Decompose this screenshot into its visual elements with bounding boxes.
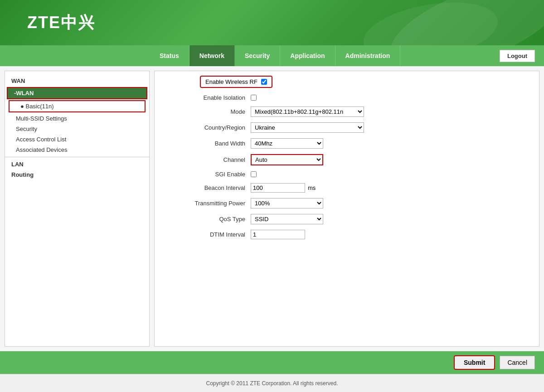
beacon-label: Beacon Interval	[164, 184, 245, 191]
tx-power-select[interactable]: 100% 75% 50% 25%	[251, 198, 323, 208]
logout-area: Logout	[500, 45, 544, 66]
tab-network[interactable]: Network	[189, 45, 235, 66]
sidebar-item-wan[interactable]: WAN	[5, 76, 149, 86]
qos-row: QoS Type SSID WMM	[164, 214, 530, 224]
channel-row: Channel Auto 1 2 3 4 5 6	[164, 154, 530, 165]
header: ZTE中兴	[0, 0, 544, 45]
dtim-label: DTIM Interval	[164, 231, 245, 238]
submit-button[interactable]: Submit	[454, 355, 495, 370]
dtim-row: DTIM Interval	[164, 230, 530, 239]
enable-wireless-checkbox[interactable]	[261, 79, 267, 85]
channel-select[interactable]: Auto 1 2 3 4 5 6	[251, 154, 323, 165]
beacon-suffix: ms	[308, 184, 316, 191]
enable-wireless-box: Enable Wireless RF	[200, 76, 272, 88]
enable-isolation-label: Enable Isolation	[164, 94, 245, 101]
beacon-row: Beacon Interval ms	[164, 183, 530, 193]
enable-isolation-checkbox[interactable]	[251, 95, 257, 101]
enable-wireless-label: Enable Wireless RF	[205, 78, 257, 85]
sgi-checkbox[interactable]	[251, 171, 257, 177]
tab-security[interactable]: Security	[235, 45, 280, 66]
sidebar-item-wlan[interactable]: -WLAN	[7, 87, 147, 99]
main-layout: WAN -WLAN ● Basic(11n) Multi-SSID Settin…	[0, 66, 544, 351]
sidebar-item-routing[interactable]: Routing	[5, 169, 149, 180]
navbar: Status Network Security Application Admi…	[0, 45, 544, 66]
mode-row: Mode Mixed(802.11b+802.11g+802.11n 802.1…	[164, 106, 530, 117]
logo: ZTE中兴	[27, 12, 95, 34]
qos-label: QoS Type	[164, 216, 245, 223]
bandwidth-label: Band Width	[164, 140, 245, 147]
sidebar-item-associated[interactable]: Associated Devices	[5, 145, 149, 155]
bandwidth-row: Band Width 20Mhz 40Mhz	[164, 138, 530, 149]
tab-status[interactable]: Status	[150, 45, 189, 66]
copyright-text: Copyright © 2011 ZTE Corporation. All ri…	[206, 380, 338, 387]
logout-button[interactable]: Logout	[500, 50, 535, 62]
sgi-row: SGI Enable	[164, 171, 530, 178]
mode-label: Mode	[164, 108, 245, 115]
tx-power-label: Transmitting Power	[164, 200, 245, 207]
cancel-button[interactable]: Cancel	[500, 356, 535, 369]
mode-select[interactable]: Mixed(802.11b+802.11g+802.11n 802.11b on…	[251, 106, 364, 117]
tx-power-row: Transmitting Power 100% 75% 50% 25%	[164, 198, 530, 208]
sidebar-item-acl[interactable]: Access Control List	[5, 134, 149, 145]
beacon-input[interactable]	[251, 183, 305, 193]
country-label: Country/Region	[164, 124, 245, 131]
bandwidth-select[interactable]: 20Mhz 40Mhz	[251, 138, 323, 149]
sidebar-item-security[interactable]: Security	[5, 124, 149, 134]
footer: Copyright © 2011 ZTE Corporation. All ri…	[0, 374, 544, 392]
sidebar: WAN -WLAN ● Basic(11n) Multi-SSID Settin…	[5, 71, 150, 347]
qos-select[interactable]: SSID WMM	[251, 214, 323, 224]
content-area: Enable Wireless RF Enable Isolation Mode…	[154, 71, 539, 347]
channel-label: Channel	[164, 156, 245, 163]
enable-isolation-row: Enable Isolation	[164, 94, 530, 101]
enable-wireless-row: Enable Wireless RF	[164, 76, 530, 88]
bottom-bar: Submit Cancel	[0, 351, 544, 374]
tab-administration[interactable]: Administration	[335, 45, 401, 66]
dtim-input[interactable]	[251, 230, 305, 239]
sidebar-divider	[5, 157, 149, 157]
sidebar-item-basic[interactable]: ● Basic(11n)	[9, 100, 146, 112]
country-row: Country/Region Ukraine USA Germany Franc…	[164, 122, 530, 133]
country-select[interactable]: Ukraine USA Germany France	[251, 122, 364, 133]
sidebar-item-multissid[interactable]: Multi-SSID Settings	[5, 113, 149, 124]
tab-application[interactable]: Application	[280, 45, 335, 66]
sidebar-item-lan[interactable]: LAN	[5, 159, 149, 169]
sgi-label: SGI Enable	[164, 171, 245, 178]
